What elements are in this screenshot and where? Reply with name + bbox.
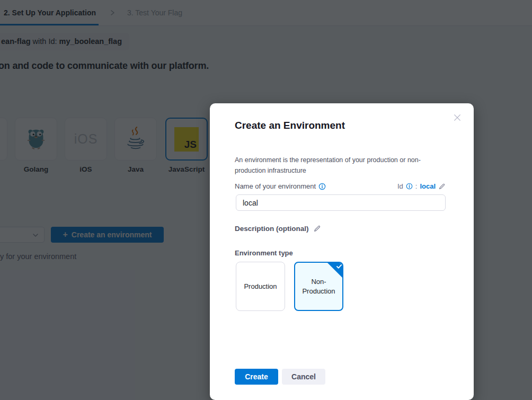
create-button[interactable]: Create (235, 369, 278, 385)
env-type-production-card[interactable]: Production (236, 262, 285, 311)
id-label: Id (397, 182, 403, 190)
description-optional-label: Description (optional) (235, 225, 321, 233)
id-value-link[interactable]: local (420, 182, 436, 190)
name-and-id-row: Name of your environment Id : local (235, 182, 446, 190)
environment-type-label: Environment type (235, 249, 293, 257)
environment-id-group: Id : local (397, 182, 446, 190)
description-edit-pencil-icon[interactable] (313, 225, 321, 233)
description-optional-label-text: Description (optional) (235, 225, 309, 233)
screen: 2. Set Up Your Application 3. Test Your … (0, 0, 532, 400)
name-info-icon[interactable] (318, 183, 326, 190)
modal-close-icon[interactable] (453, 113, 462, 122)
modal-description: An environment is the representation of … (235, 155, 447, 176)
env-type-production-label: Production (244, 282, 277, 291)
id-edit-pencil-icon[interactable] (438, 183, 446, 190)
environment-name-label: Name of your environment (235, 182, 326, 190)
create-environment-modal: Create an Environment An environment is … (210, 103, 474, 400)
id-separator: : (415, 182, 418, 190)
cancel-button[interactable]: Cancel (282, 369, 325, 385)
modal-title: Create an Environment (235, 120, 345, 131)
env-type-nonproduction-label: Non-Production (298, 277, 339, 296)
environment-name-input[interactable] (236, 194, 446, 211)
id-info-icon[interactable] (406, 183, 413, 190)
check-icon (336, 263, 342, 270)
environment-name-label-text: Name of your environment (235, 182, 316, 190)
selected-corner-badge (326, 262, 343, 279)
env-type-nonproduction-card[interactable]: Non-Production (294, 262, 343, 311)
